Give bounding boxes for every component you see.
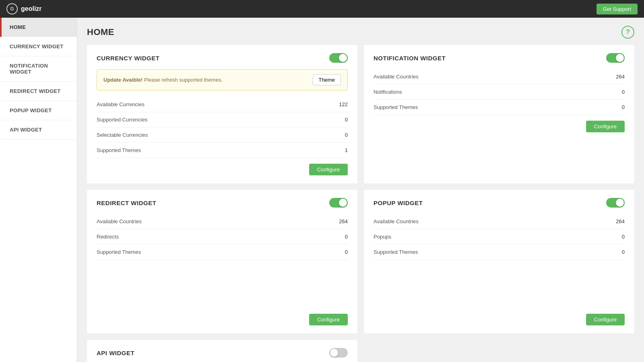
redirect-widget-title: REDIRECT WIDGET (97, 200, 156, 206)
stat-row: Available Countries 264 (374, 214, 625, 229)
currency-widget-title: CURRENCY WIDGET (97, 55, 159, 62)
popup-toggle[interactable] (606, 198, 625, 208)
notification-widget-title: NOTIFICATION WIDGET (374, 55, 446, 62)
stat-value: 0 (622, 234, 625, 240)
currency-toggle-thumb (339, 54, 347, 62)
stat-value: 0 (345, 132, 348, 138)
stat-value: 0 (345, 117, 348, 123)
stat-value: 0 (622, 89, 625, 95)
popup-spacer (374, 260, 625, 308)
notification-toggle[interactable] (606, 53, 625, 63)
currency-widget-card: CURRENCY WIDGET Update Avaible! Please r… (87, 45, 357, 183)
redirect-toggle[interactable] (329, 198, 348, 208)
api-widget-title: API WIDGET (97, 350, 134, 356)
stat-row: Supported Currencies 0 (97, 112, 348, 128)
sidebar-item-notification[interactable]: NOTIFICATION WIDGET (0, 56, 77, 82)
stat-row: Available Countries 264 (97, 214, 348, 229)
sidebar-item-popup[interactable]: POPUP WIDGET (0, 101, 77, 120)
theme-button[interactable]: Theme (313, 74, 341, 85)
currency-toggle[interactable] (329, 53, 348, 63)
stat-label: Supported Themes (97, 249, 141, 255)
sidebar-item-home[interactable]: HOME (0, 18, 77, 37)
stat-value: 264 (616, 218, 625, 224)
popup-configure-button[interactable]: Configure (586, 314, 625, 325)
redirect-spacer (97, 260, 348, 308)
popup-widget-card: POPUP WIDGET Available Countries 264 Pop… (364, 190, 634, 333)
redirect-widget-card: REDIRECT WIDGET Available Countries 264 … (87, 190, 357, 333)
stat-label: Available Currencies (97, 101, 144, 107)
notification-toggle-thumb (616, 54, 624, 62)
api-toggle-track (329, 348, 348, 358)
api-toggle[interactable] (329, 348, 348, 358)
page-header: HOME ? (87, 26, 634, 39)
logo: G geolizr (6, 3, 42, 14)
stat-row: Supported Themes 0 (374, 245, 625, 260)
currency-alert-text: Update Avaible! Please refresh supported… (103, 77, 223, 83)
stat-row: Supported Themes 0 (97, 245, 348, 260)
stat-row: Supported Themes 0 (374, 100, 625, 115)
notification-configure-row: Configure (374, 121, 625, 132)
popup-configure-row: Configure (374, 314, 625, 325)
stat-value: 0 (345, 234, 348, 240)
stat-label: Supported Themes (97, 147, 141, 153)
stat-value: 0 (622, 249, 625, 255)
stat-row: Notifications 0 (374, 84, 625, 100)
stat-row: Popups 0 (374, 229, 625, 245)
notification-toggle-track (606, 53, 625, 63)
popup-toggle-thumb (616, 199, 624, 207)
stat-label: Available Countries (374, 218, 419, 224)
sidebar-item-redirect[interactable]: REDIRECT WIDGET (0, 82, 77, 101)
api-toggle-thumb (330, 349, 338, 357)
stat-label: Redirects (97, 234, 119, 240)
logo-icon: G (6, 3, 18, 14)
notification-widget-card: NOTIFICATION WIDGET Available Countries … (364, 45, 634, 183)
currency-widget-header: CURRENCY WIDGET (97, 53, 348, 63)
help-icon[interactable]: ? (621, 26, 634, 39)
logo-text: geolizr (21, 5, 42, 12)
stat-value: 264 (339, 218, 348, 224)
stat-label: Available Countries (97, 218, 142, 224)
stat-value: 0 (622, 104, 625, 110)
popup-widget-title: POPUP WIDGET (374, 200, 423, 206)
stat-value: 1 (345, 147, 348, 153)
layout: HOME CURRENCY WIDGET NOTIFICATION WIDGET… (0, 18, 644, 362)
stat-label: Supported Currencies (97, 117, 147, 123)
stat-label: Supported Themes (374, 104, 418, 110)
stat-value: 264 (616, 74, 625, 80)
stat-row: Supported Themes 1 (97, 143, 348, 158)
stat-label: Available Countries (374, 74, 419, 80)
redirect-toggle-track (329, 198, 348, 208)
currency-alert-body: Please refresh supported themes. (142, 77, 223, 83)
popup-widget-header: POPUP WIDGET (374, 198, 625, 208)
get-support-button[interactable]: Get Support (597, 4, 638, 14)
stat-row: Selectable Currencies 0 (97, 128, 348, 143)
redirect-toggle-thumb (339, 199, 347, 207)
currency-alert-bold: Update Avaible! (103, 77, 142, 83)
stat-row: Available Currencies 122 (97, 97, 348, 112)
popup-toggle-track (606, 198, 625, 208)
topnav: G geolizr Get Support (0, 0, 644, 18)
stat-value: 122 (339, 101, 348, 107)
currency-configure-row: Configure (97, 164, 348, 175)
api-widget-card: API WIDGET (87, 340, 357, 362)
currency-configure-button[interactable]: Configure (309, 164, 348, 175)
stat-label: Notifications (374, 89, 402, 95)
redirect-configure-row: Configure (97, 314, 348, 325)
stat-label: Selectable Currencies (97, 132, 148, 138)
notification-widget-header: NOTIFICATION WIDGET (374, 53, 625, 63)
stat-label: Supported Themes (374, 249, 418, 255)
currency-toggle-track (329, 53, 348, 63)
currency-alert-box: Update Avaible! Please refresh supported… (97, 69, 348, 90)
redirect-widget-header: REDIRECT WIDGET (97, 198, 348, 208)
stat-value: 0 (345, 249, 348, 255)
stat-label: Popups (374, 234, 391, 240)
widget-grid: CURRENCY WIDGET Update Avaible! Please r… (87, 45, 634, 362)
page-title: HOME (87, 27, 114, 37)
api-widget-header: API WIDGET (97, 348, 348, 358)
notification-configure-button[interactable]: Configure (586, 121, 625, 132)
sidebar: HOME CURRENCY WIDGET NOTIFICATION WIDGET… (0, 18, 77, 362)
sidebar-item-currency[interactable]: CURRENCY WIDGET (0, 37, 77, 56)
sidebar-item-api[interactable]: API WIDGET (0, 120, 77, 140)
redirect-configure-button[interactable]: Configure (309, 314, 348, 325)
main-content: HOME ? CURRENCY WIDGET Update Avaible! P… (77, 18, 644, 362)
